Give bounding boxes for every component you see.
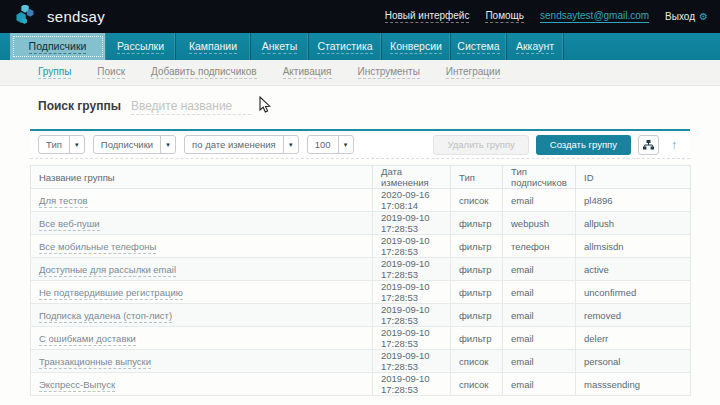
- group-name-cell: Доступные для рассылки email: [31, 258, 373, 281]
- tab-conversions[interactable]: Конверсии: [382, 33, 451, 60]
- group-name-link[interactable]: Все мобильные телефоны: [39, 241, 156, 254]
- sort-order-select[interactable]: по дате изменения▾: [184, 135, 299, 154]
- chevron-down-icon: ▾: [160, 136, 175, 153]
- group-name-cell: Для тестов: [31, 189, 373, 212]
- group-name-link[interactable]: Все веб-пуши: [39, 218, 100, 231]
- subscriber-type-cell: телефон: [503, 235, 576, 258]
- tab-account[interactable]: Аккаунт: [507, 33, 564, 60]
- tab-campaigns[interactable]: Кампании: [176, 33, 251, 60]
- filter-selects: Тип▾Подписчики▾по дате изменения▾100▾: [38, 135, 354, 154]
- subscriber-type-cell: email: [503, 327, 576, 350]
- id-cell: personal: [576, 350, 691, 373]
- type-cell: фильтр: [451, 327, 503, 350]
- type-cell: фильтр: [451, 258, 503, 281]
- tab-statistics-label: Статистика: [317, 40, 372, 54]
- tab-mailings[interactable]: Рассылки: [106, 33, 176, 60]
- sitemap-icon: [643, 140, 654, 150]
- main-nav: ПодписчикиРассылкиКампанииАнкетыСтатисти…: [0, 33, 720, 60]
- table-row: Транзакционные выпуски2019-09-10 17:28:5…: [31, 350, 691, 373]
- logout-link[interactable]: Выход: [665, 11, 695, 23]
- group-name-link[interactable]: Не подтвердившие регистрацию: [39, 287, 183, 300]
- type-cell: список: [451, 373, 503, 396]
- column-header: Дата изменения: [373, 166, 451, 189]
- group-name-cell: Все веб-пуши: [31, 212, 373, 235]
- tab-surveys-label: Анкеты: [262, 40, 297, 54]
- table-row: С ошибками доставки2019-09-10 17:28:53фи…: [31, 327, 691, 350]
- chevron-down-icon: ▾: [69, 136, 84, 153]
- topbar: sendsay Новый интерфейс Помощь sendsayte…: [0, 0, 720, 33]
- tab-subscribers[interactable]: Подписчики: [10, 33, 106, 60]
- table-row: Все мобильные телефоны2019-09-10 17:28:5…: [31, 235, 691, 258]
- chevron-down-icon: ▾: [338, 136, 353, 153]
- table-row: Экспресс-Выпуск2019-09-10 17:28:53список…: [31, 373, 691, 396]
- subnav-item-groups[interactable]: Группы: [38, 66, 71, 79]
- delete-group-button[interactable]: Удалить группу: [433, 135, 528, 155]
- new-interface-link[interactable]: Новый интерфейс: [385, 10, 470, 23]
- chevron-down-icon: ▾: [283, 136, 298, 153]
- group-name-link[interactable]: Доступные для рассылки email: [39, 264, 176, 277]
- group-tree-view-button[interactable]: [638, 135, 659, 155]
- group-name-cell: Подписка удалена (стоп-лист): [31, 304, 373, 327]
- type-cell: фильтр: [451, 304, 503, 327]
- id-cell: removed: [576, 304, 691, 327]
- subscriber-type-cell: email: [503, 304, 576, 327]
- id-cell: delerr: [576, 327, 691, 350]
- group-name-link[interactable]: С ошибками доставки: [39, 333, 136, 346]
- gear-icon[interactable]: ⚙: [699, 12, 708, 22]
- table-row: Для тестов2020-09-16 17:08:14списокemail…: [31, 189, 691, 212]
- tab-surveys[interactable]: Анкеты: [251, 33, 309, 60]
- group-name-cell: Экспресс-Выпуск: [31, 373, 373, 396]
- group-search-row: Поиск группы: [38, 99, 690, 115]
- subnav-item-activation[interactable]: Активация: [283, 66, 332, 79]
- table-row: Доступные для рассылки email2019-09-10 1…: [31, 258, 691, 281]
- tab-campaigns-label: Кампании: [189, 40, 237, 54]
- id-cell: active: [576, 258, 691, 281]
- tab-system[interactable]: Система: [451, 33, 507, 60]
- subnav-item-tools[interactable]: Инструменты: [358, 66, 420, 79]
- logout[interactable]: Выход ⚙: [665, 11, 708, 23]
- type-cell: фильтр: [451, 235, 503, 258]
- subnav-item-integrations[interactable]: Интеграции: [446, 66, 500, 79]
- create-group-button[interactable]: Создать группу: [536, 135, 631, 155]
- tab-statistics[interactable]: Статистика: [309, 33, 382, 60]
- table-row: Не подтвердившие регистрацию2019-09-10 1…: [31, 281, 691, 304]
- tab-conversions-label: Конверсии: [390, 40, 442, 54]
- date-cell: 2019-09-10 17:28:53: [373, 212, 451, 235]
- scroll-top-button[interactable]: ↑: [666, 135, 682, 155]
- group-name-cell: С ошибками доставки: [31, 327, 373, 350]
- page-size-value: 100: [308, 136, 338, 153]
- type-filter-value: Тип: [39, 136, 69, 153]
- group-name-link[interactable]: Подписка удалена (стоп-лист): [39, 310, 172, 323]
- column-header: Название группы: [31, 166, 373, 189]
- column-header: ID: [576, 166, 691, 189]
- group-actions: Удалить группу Создать группу ↑: [433, 135, 682, 155]
- tab-mailings-label: Рассылки: [117, 40, 164, 54]
- topbar-links: Новый интерфейс Помощь sendsaytest@gmail…: [385, 10, 708, 23]
- subscribers-filter-select[interactable]: Подписчики▾: [93, 135, 176, 154]
- id-cell: allmsisdn: [576, 235, 691, 258]
- column-header: Тип: [451, 166, 503, 189]
- date-cell: 2019-09-10 17:28:53: [373, 327, 451, 350]
- arrow-up-icon: ↑: [671, 138, 677, 152]
- group-name-link[interactable]: Экспресс-Выпуск: [39, 379, 115, 392]
- type-cell: фильтр: [451, 281, 503, 304]
- date-cell: 2020-09-16 17:08:14: [373, 189, 451, 212]
- id-cell: unconfirmed: [576, 281, 691, 304]
- group-name-link[interactable]: Для тестов: [39, 195, 88, 208]
- group-name-link[interactable]: Транзакционные выпуски: [39, 356, 151, 369]
- date-cell: 2019-09-10 17:28:53: [373, 373, 451, 396]
- subscribers-filter-value: Подписчики: [94, 136, 160, 153]
- type-cell: список: [451, 189, 503, 212]
- subnav-item-add-subscribers[interactable]: Добавить подписчиков: [151, 66, 257, 79]
- help-link[interactable]: Помощь: [485, 10, 524, 23]
- subnav-item-search[interactable]: Поиск: [97, 66, 125, 79]
- subscriber-type-cell: email: [503, 281, 576, 304]
- groups-table: Название группыДата измененияТипТип подп…: [30, 165, 691, 396]
- group-search-input[interactable]: [131, 99, 251, 115]
- type-filter-select[interactable]: Тип▾: [38, 135, 85, 154]
- group-name-cell: Транзакционные выпуски: [31, 350, 373, 373]
- table-row: Все веб-пуши2019-09-10 17:28:53фильтрweb…: [31, 212, 691, 235]
- sendsay-logo[interactable]: sendsay: [14, 5, 105, 29]
- account-email-link[interactable]: sendsaytest@gmail.com: [540, 10, 649, 23]
- page-size-select[interactable]: 100▾: [307, 135, 354, 154]
